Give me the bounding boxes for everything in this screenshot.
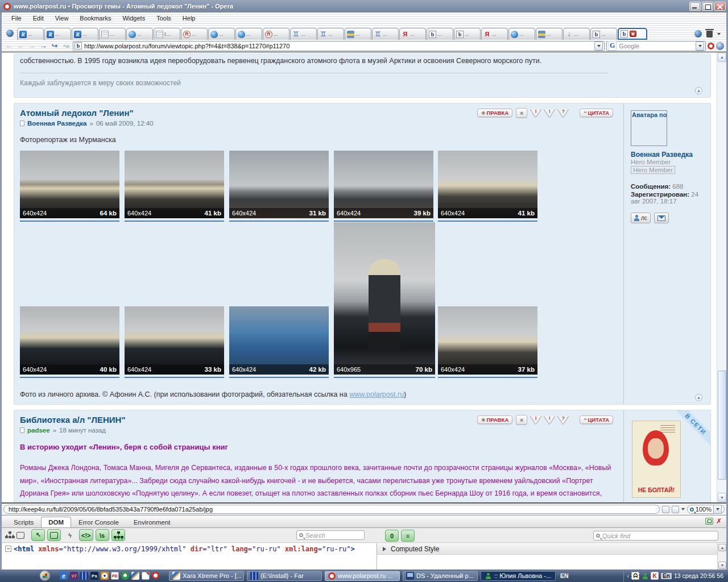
fe-quicklaunch-icon[interactable]: FE xyxy=(111,572,119,580)
photo-thumbnail-link[interactable]: 640x42441 kb xyxy=(438,151,537,218)
dom-tree-view-icon[interactable] xyxy=(5,531,14,539)
edit-button[interactable]: ✱ПРАВКА xyxy=(477,109,512,117)
tab-close-icon[interactable] xyxy=(630,31,636,37)
zoom-dropdown-button[interactable] xyxy=(713,505,722,514)
rewind-button[interactable]: ↪ xyxy=(49,41,60,50)
scroll-down-button[interactable]: ▼ xyxy=(718,493,726,502)
devtools-close-icon[interactable]: ✗ xyxy=(716,517,722,525)
search-dropdown-button[interactable] xyxy=(696,41,704,51)
warn-button[interactable]: ! xyxy=(544,415,555,425)
menu-item-tools[interactable]: Tools xyxy=(151,14,176,23)
browser-tab[interactable]: R... xyxy=(263,28,289,40)
avatar[interactable]: НЕ БОЛТАЙ! xyxy=(632,421,681,498)
address-dropdown-button[interactable] xyxy=(594,41,603,51)
avatar[interactable]: Аватара по xyxy=(631,110,667,146)
markup-toggle-button[interactable]: <!> xyxy=(79,529,93,541)
reload-button[interactable]: ↝ xyxy=(61,41,71,50)
menu-item-view[interactable]: View xyxy=(50,14,74,23)
scroll-up-button[interactable]: ▲ xyxy=(718,53,726,62)
search-placeholder[interactable]: Google xyxy=(619,43,693,49)
task-button[interactable]: :: Юлия Львовна -... xyxy=(481,571,556,581)
scroll-down-button[interactable]: ▼ xyxy=(718,562,726,569)
post-title[interactable]: Атомный ледокол "Ленин" xyxy=(20,108,134,118)
zero-properties-button[interactable]: 0 xyxy=(385,530,399,542)
scroll-up-button[interactable]: ▲ xyxy=(718,544,726,551)
minimize-button[interactable] xyxy=(689,2,701,11)
menu-item-help[interactable]: Help xyxy=(177,14,201,23)
report-button[interactable]: ! xyxy=(531,109,541,118)
dom-tree-pane[interactable]: −<html xmlns="http://www.w3.org/1999/xht… xyxy=(2,543,377,569)
devtools-search-field[interactable]: Search xyxy=(296,530,365,540)
browser-tab[interactable]: R... xyxy=(17,28,44,40)
browser-tab[interactable]: b xyxy=(618,28,647,40)
language-indicator[interactable]: EN xyxy=(557,572,572,579)
author-link[interactable]: padsee xyxy=(27,427,50,434)
forward-button[interactable]: → xyxy=(27,41,37,50)
photo-thumbnail-link[interactable]: 640x42437 kb xyxy=(438,306,537,375)
devtools-tab-error-console[interactable]: Error Console xyxy=(71,517,126,527)
close-button[interactable] xyxy=(714,2,726,11)
start-button[interactable] xyxy=(40,571,50,581)
icq-tray-icon[interactable] xyxy=(641,572,649,580)
browser-tab[interactable]: ... xyxy=(345,28,371,40)
polarpost-link[interactable]: www.polarpost.ru xyxy=(349,390,404,398)
page-scrollbar[interactable]: ▲ ▼ xyxy=(717,52,726,502)
property-list-button[interactable]: ≡ xyxy=(401,530,415,542)
photo-thumbnail-link[interactable]: 640x42440 kb xyxy=(20,306,119,375)
photo-thumbnail-link[interactable]: 640x42439 kb xyxy=(334,151,433,218)
task-button[interactable]: Xara Xtreme Pro - [... xyxy=(169,571,244,581)
browser-tab[interactable]: ♊... xyxy=(372,28,399,40)
select-element-button[interactable]: ↖ xyxy=(31,529,45,541)
browser-tab[interactable]: ... xyxy=(235,28,262,40)
globe-icon[interactable] xyxy=(694,30,702,38)
refresh-button[interactable]: ϟ xyxy=(63,529,77,541)
page-mode-icon[interactable] xyxy=(672,506,679,513)
task-button[interactable]: www.polarpost.ru ... xyxy=(325,571,400,581)
photo-thumbnail-link[interactable]: 640x42433 kb xyxy=(125,306,224,375)
detach-panel-icon[interactable] xyxy=(705,518,713,525)
browser-tab[interactable]: ♊... xyxy=(317,28,344,40)
sync-icon[interactable] xyxy=(716,42,724,50)
mode-dropdown-icon[interactable] xyxy=(681,508,685,510)
back-button[interactable]: ← xyxy=(4,41,14,50)
collapse-node-icon[interactable]: − xyxy=(5,546,11,552)
browser-tab[interactable]: Я... xyxy=(399,28,426,40)
photo-thumbnail-link[interactable]: 640x42442 kb xyxy=(229,306,329,375)
browser-tab[interactable]: R... xyxy=(72,28,98,40)
menu-item-file[interactable]: File xyxy=(6,14,27,23)
whitespace-toggle-button[interactable]: \s xyxy=(96,529,109,541)
devtools-tab-scripts[interactable]: Scripts xyxy=(6,517,41,527)
eye-quicklaunch-icon[interactable] xyxy=(101,572,109,580)
post-title[interactable]: Библиотека а/л "ЛЕНИН" xyxy=(20,415,126,425)
panels-globe-icon[interactable] xyxy=(6,30,14,37)
warn-button[interactable]: ! xyxy=(544,109,555,118)
address-url[interactable]: http://www.polarpost.ru/forum/viewtopic.… xyxy=(84,43,592,49)
quote-button[interactable]: ❝ЦИТАТА xyxy=(580,109,613,117)
ps-quicklaunch-icon[interactable]: Ps xyxy=(90,572,98,580)
trash-icon[interactable] xyxy=(706,31,713,38)
browser-tab[interactable]: ♊... xyxy=(290,28,317,40)
task-button[interactable]: DS - Удаленный р... xyxy=(403,571,478,581)
zoom-control[interactable]: 100% xyxy=(687,505,725,514)
browser-tab[interactable]: ↓... xyxy=(563,28,590,40)
photo-thumbnail-link[interactable]: 640x96570 kb xyxy=(334,222,435,375)
quote-button[interactable]: ❝ЦИТАТА xyxy=(580,415,613,424)
private-message-button[interactable]: лс xyxy=(631,213,651,223)
export-view-icon[interactable] xyxy=(16,532,24,539)
email-button[interactable] xyxy=(654,213,669,223)
author-link[interactable]: Военная Разведка xyxy=(27,120,86,127)
browser-tab[interactable]: R... xyxy=(44,28,71,40)
far-quicklaunch-icon[interactable] xyxy=(80,572,88,580)
bat-tray-icon[interactable]: ᗣ xyxy=(631,572,639,580)
browser-tab[interactable]: Я... xyxy=(481,28,508,40)
image-toggle-icon[interactable] xyxy=(662,506,669,513)
fast-forward-button[interactable]: → xyxy=(38,41,48,50)
browser-tab[interactable]: b... xyxy=(427,28,453,40)
tray-language-indicator[interactable]: En xyxy=(661,573,672,579)
menu-item-widgets[interactable]: Widgets xyxy=(117,14,150,23)
trash-dropdown-icon[interactable] xyxy=(717,33,721,35)
delete-button[interactable]: × xyxy=(516,415,527,425)
edit-button[interactable]: ✱ПРАВКА xyxy=(477,415,512,424)
browser-tab[interactable]: ... xyxy=(536,28,562,40)
restore-button[interactable] xyxy=(702,2,713,11)
